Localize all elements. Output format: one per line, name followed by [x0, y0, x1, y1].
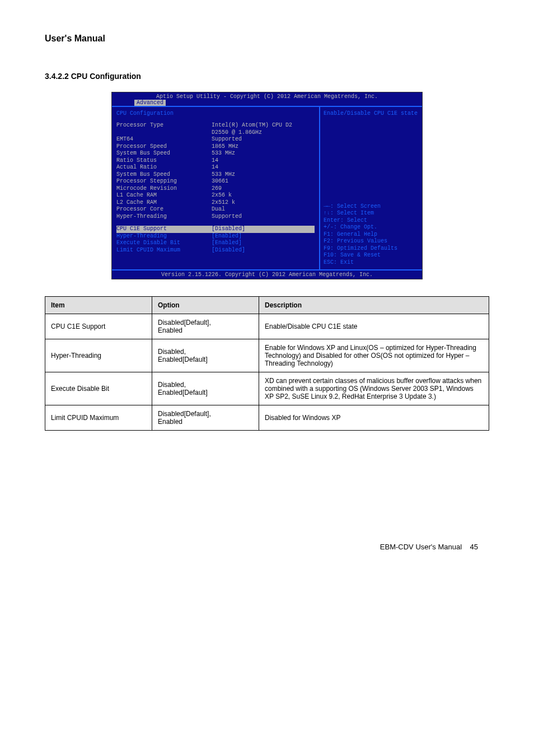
- bios-help-line: F1: General Help: [324, 231, 419, 239]
- bios-screenshot: Aptio Setup Utility - Copyright (C) 2012…: [111, 92, 423, 279]
- bios-tab-row: Advanced: [112, 100, 422, 106]
- bios-help-line: F10: Save & Reset: [324, 252, 419, 259]
- tab-advanced[interactable]: Advanced: [134, 100, 166, 106]
- bios-config-row[interactable]: Limit CPUID Maximum[Disabled]: [116, 247, 315, 254]
- bios-info-value: 14: [212, 157, 315, 165]
- bios-info-label: Processor Type: [116, 122, 212, 129]
- bios-info-value: D2550 @ 1.86GHz: [212, 129, 315, 137]
- bios-info-value: 533 MHz: [212, 171, 315, 179]
- table-row: Hyper-ThreadingDisabled, Enabled[Default…: [45, 339, 489, 372]
- bios-info-label: Microcode Revision: [116, 185, 212, 193]
- bios-info-label: Ratio Status: [116, 157, 212, 165]
- bios-info-row: Processor CoreDual: [116, 206, 315, 213]
- bios-config-value: [Disabled]: [212, 247, 315, 254]
- table-row: Execute Disable BitDisabled, Enabled[Def…: [45, 372, 489, 405]
- cell-item: CPU C1E Support: [45, 314, 152, 339]
- table-row: Limit CPUID MaximumDisabled[Default], En…: [45, 405, 489, 431]
- bios-info-label: EMT64: [116, 136, 212, 143]
- bios-info-label: Processor Speed: [116, 143, 212, 151]
- bios-footer: Version 2.15.1226. Copyright (C) 2012 Am…: [112, 270, 422, 279]
- page-number: 45: [470, 543, 478, 551]
- cell-item: Hyper-Threading: [45, 339, 152, 372]
- bios-info-row: System Bus Speed533 MHz: [116, 171, 315, 179]
- table-row: CPU C1E SupportDisabled[Default], Enable…: [45, 314, 489, 339]
- bios-info-label: Processor Core: [116, 206, 212, 213]
- bios-info-value: 2x512 k: [212, 199, 315, 207]
- footer-label: EBM-CDV User's Manual: [380, 543, 462, 551]
- bios-config-label: CPU C1E Support: [116, 226, 212, 233]
- bios-info-value: 1865 MHz: [212, 143, 315, 151]
- bios-info-value: Dual: [212, 206, 315, 213]
- bios-title-bar: Aptio Setup Utility - Copyright (C) 2012…: [112, 92, 422, 100]
- settings-table: Item Option Description CPU C1E SupportD…: [45, 296, 489, 431]
- cell-description: Enable/Disable CPU C1E state: [259, 314, 489, 339]
- bios-help-description: Enable/Disable CPU C1E state: [324, 110, 419, 118]
- bios-config-label: Hyper-Threading: [116, 233, 212, 240]
- bios-config-row[interactable]: Hyper-Threading[Enabled]: [116, 233, 315, 240]
- bios-info-value: Supported: [212, 136, 315, 143]
- bios-info-value: Supported: [212, 213, 315, 221]
- bios-config-value: [Disabled]: [212, 226, 315, 233]
- bios-info-row: Microcode Revision269: [116, 185, 315, 193]
- bios-info-row: D2550 @ 1.86GHz: [116, 129, 315, 137]
- bios-info-label: Actual Ratio: [116, 164, 212, 171]
- col-description: Description: [259, 297, 489, 314]
- bios-info-label: System Bus Speed: [116, 171, 212, 179]
- bios-help-line: →←: Select Screen: [324, 203, 419, 211]
- bios-info-row: L1 Cache RAM2x56 k: [116, 192, 315, 199]
- bios-info-value: 269: [212, 185, 315, 193]
- bios-config-value: [Enabled]: [212, 240, 315, 247]
- cell-option: Disabled[Default], Enabled: [152, 314, 259, 339]
- bios-config-row[interactable]: CPU C1E Support[Disabled]: [116, 226, 315, 233]
- bios-info-label: L1 Cache RAM: [116, 192, 212, 199]
- bios-info-label: Hyper-Threading: [116, 213, 212, 221]
- bios-info-value: 30661: [212, 178, 315, 185]
- bios-info-label: System Bus Speed: [116, 150, 212, 157]
- bios-info-row: EMT64Supported: [116, 136, 315, 143]
- bios-info-value: 533 MHz: [212, 150, 315, 157]
- cell-option: Disabled, Enabled[Default]: [152, 339, 259, 372]
- bios-info-row: Ratio Status14: [116, 157, 315, 165]
- bios-help-line: ↑↓: Select Item: [324, 210, 419, 217]
- bios-info-label: Processor Stepping: [116, 178, 212, 185]
- bios-info-row: System Bus Speed533 MHz: [116, 150, 315, 157]
- cell-description: Disabled for Windows XP: [259, 405, 489, 431]
- cell-description: XD can prevent certain classes of malici…: [259, 372, 489, 405]
- cell-option: Disabled, Enabled[Default]: [152, 372, 259, 405]
- cell-option: Disabled[Default], Enabled: [152, 405, 259, 431]
- bios-help-line: Enter: Select: [324, 217, 419, 225]
- bios-info-value: 14: [212, 164, 315, 171]
- cell-item: Limit CPUID Maximum: [45, 405, 152, 431]
- col-item: Item: [45, 297, 152, 314]
- bios-info-row: Actual Ratio14: [116, 164, 315, 171]
- bios-config-label: Execute Disable Bit: [116, 240, 212, 247]
- bios-help-line: +/-: Change Opt.: [324, 224, 419, 231]
- section-title: 3.4.2.2 CPU Configuration: [45, 72, 489, 81]
- bios-right-panel: Enable/Disable CPU C1E state →←: Select …: [320, 107, 422, 269]
- cell-item: Execute Disable Bit: [45, 372, 152, 405]
- col-option: Option: [152, 297, 259, 314]
- bios-info-row: Processor Stepping30661: [116, 178, 315, 185]
- bios-help-line: F2: Previous Values: [324, 238, 419, 245]
- bios-info-value: Intel(R) Atom(TM) CPU D2: [212, 122, 315, 129]
- bios-info-value: 2x56 k: [212, 192, 315, 199]
- cell-description: Enable for Windows XP and Linux(OS – opt…: [259, 339, 489, 372]
- bios-info-label: L2 Cache RAM: [116, 199, 212, 207]
- bios-left-panel: CPU Configuration Processor TypeIntel(R)…: [112, 107, 320, 269]
- bios-config-value: [Enabled]: [212, 233, 315, 240]
- bios-info-row: Processor TypeIntel(R) Atom(TM) CPU D2: [116, 122, 315, 129]
- bios-info-row: Processor Speed1865 MHz: [116, 143, 315, 151]
- bios-info-row: Hyper-ThreadingSupported: [116, 213, 315, 221]
- bios-section-heading: CPU Configuration: [116, 110, 315, 116]
- bios-config-label: Limit CPUID Maximum: [116, 247, 212, 254]
- page-header: User's Manual: [45, 34, 489, 44]
- bios-config-row[interactable]: Execute Disable Bit[Enabled]: [116, 240, 315, 247]
- bios-info-label: [116, 129, 212, 137]
- bios-help-line: F9: Optimized Defaults: [324, 245, 419, 253]
- bios-info-row: L2 Cache RAM2x512 k: [116, 199, 315, 207]
- page-footer: EBM-CDV User's Manual 45: [45, 543, 489, 551]
- bios-help-line: ESC: Exit: [324, 259, 419, 267]
